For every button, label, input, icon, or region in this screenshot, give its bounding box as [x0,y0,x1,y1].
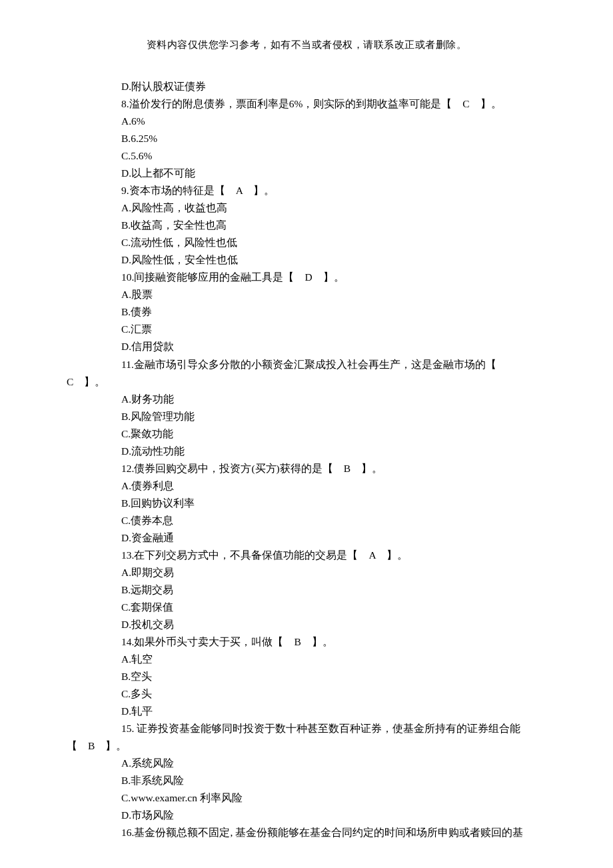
answer-option: C.聚敛功能 [67,425,546,443]
answer-option: C.套期保值 [67,599,546,616]
answer-option: D.附认股权证债券 [67,78,546,95]
answer-option: B.债券 [67,303,546,321]
answer-option: C.www.examer.cn 利率风险 [67,789,546,807]
wrapped-line: 【 B 】。 [67,737,546,755]
question-line: 9.资本市场的特征是【 A 】。 [67,182,546,199]
answer-option: A.财务功能 [67,391,546,408]
question-line: 10.间接融资能够应用的金融工具是【 D 】。 [67,269,546,286]
answer-option: B.空头 [67,668,546,685]
wrapped-line: C 】。 [67,373,546,391]
question-line: 15. 证券投资基金能够同时投资于数十种甚至数百种证券，使基金所持有的证券组合能 [67,720,546,737]
answer-option: C.汇票 [67,321,546,338]
answer-option: D.资金融通 [67,529,546,547]
answer-option: D.市场风险 [67,807,546,824]
answer-option: A.6% [67,113,546,130]
answer-option: A.即期交易 [67,564,546,581]
question-line: 13.在下列交易方式中，不具备保值功能的交易是【 A 】。 [67,547,546,564]
question-line: 14.如果外币头寸卖大于买，叫做【 B 】。 [67,633,546,651]
answer-option: B.回购协议利率 [67,495,546,512]
answer-option: B.风险管理功能 [67,408,546,425]
question-line: 12.债券回购交易中，投资方(买方)获得的是【 B 】。 [67,460,546,477]
question-line: 8.溢价发行的附息债券，票面利率是6%，则实际的到期收益率可能是【 C 】。 [67,95,546,113]
question-line: 11.金融市场引导众多分散的小额资金汇聚成投入社会再生产，这是金融市场的【 [67,356,546,373]
answer-option: B.远期交易 [67,581,546,599]
answer-option: A.轧空 [67,651,546,668]
document-body: D.附认股权证债券8.溢价发行的附息债券，票面利率是6%，则实际的到期收益率可能… [0,51,613,841]
answer-option: B.收益高，安全性也高 [67,217,546,234]
answer-option: D.以上都不可能 [67,165,546,182]
page-header-note: 资料内容仅供您学习参考，如有不当或者侵权，请联系改正或者删除。 [0,0,613,51]
answer-option: A.系统风险 [67,755,546,772]
answer-option: A.风险性高，收益也高 [67,199,546,217]
answer-option: D.流动性功能 [67,443,546,460]
answer-option: D.风险性低，安全性也低 [67,251,546,269]
answer-option: C.多头 [67,685,546,703]
answer-option: D.投机交易 [67,616,546,633]
answer-option: A.股票 [67,286,546,303]
answer-option: D.轧平 [67,703,546,720]
answer-option: C.债券本息 [67,512,546,529]
answer-option: A.债券利息 [67,477,546,495]
answer-option: D.信用贷款 [67,338,546,355]
answer-option: B.非系统风险 [67,772,546,789]
answer-option: C.5.6% [67,147,546,165]
answer-option: B.6.25% [67,130,546,147]
answer-option: C.流动性低，风险性也低 [67,234,546,251]
question-line: 16.基金份额总额不固定, 基金份额能够在基金合同约定的时间和场所申购或者赎回的… [67,824,546,841]
